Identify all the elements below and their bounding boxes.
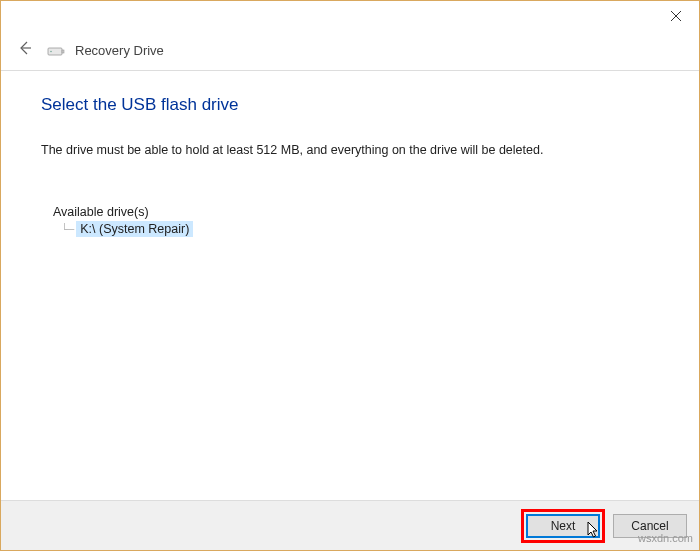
recovery-drive-icon: [47, 45, 65, 57]
highlight-annotation: Next: [521, 509, 605, 543]
svg-rect-3: [48, 48, 62, 55]
tree-connector-icon: └─: [61, 223, 74, 236]
back-button[interactable]: [13, 40, 37, 61]
wizard-footer: Next Cancel: [1, 500, 699, 550]
wizard-header: Recovery Drive: [1, 31, 699, 71]
svg-point-5: [50, 50, 52, 52]
svg-rect-4: [62, 50, 64, 53]
drive-item-k[interactable]: K:\ (System Repair): [76, 221, 193, 237]
titlebar: [1, 1, 699, 31]
watermark-text: wsxdn.com: [638, 532, 693, 544]
close-icon: [671, 8, 681, 24]
wizard-title: Recovery Drive: [75, 43, 164, 58]
cursor-icon: [587, 521, 601, 542]
next-button[interactable]: Next: [526, 514, 600, 538]
drive-tree-row: └─ K:\ (System Repair): [61, 221, 659, 237]
close-button[interactable]: [653, 1, 699, 31]
content-area: Select the USB flash drive The drive mus…: [1, 71, 699, 237]
available-drives-label: Available drive(s): [53, 205, 659, 219]
cancel-button-label: Cancel: [631, 519, 668, 533]
drives-section: Available drive(s) └─ K:\ (System Repair…: [41, 205, 659, 237]
next-button-label: Next: [551, 519, 576, 533]
page-heading: Select the USB flash drive: [41, 95, 659, 115]
page-instruction: The drive must be able to hold at least …: [41, 143, 659, 157]
